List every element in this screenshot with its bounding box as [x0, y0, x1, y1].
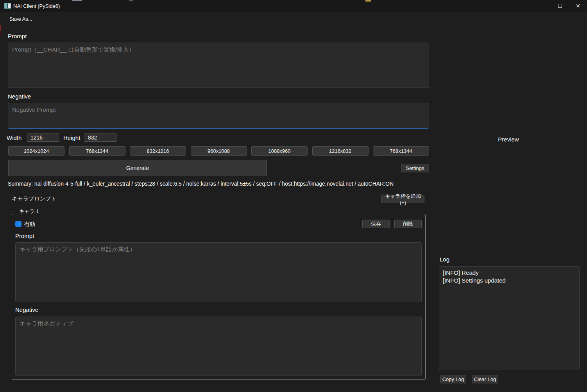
generate-button[interactable]: Generate [8, 160, 267, 176]
enabled-label: 有効 [24, 221, 35, 228]
character-delete-button[interactable]: 削除 [394, 220, 422, 228]
preview-label: Preview [434, 136, 583, 143]
screen-artifact [0, 25, 1, 31]
clear-log-button[interactable]: Clear Log [472, 375, 498, 383]
copy-log-button[interactable]: Copy Log [440, 375, 466, 383]
menu-save-as[interactable]: Save As... [8, 15, 34, 23]
screen-artifact [72, 0, 82, 1]
preset-1088x960-button[interactable]: 1088x960 [251, 146, 308, 156]
enabled-checkbox[interactable] [15, 221, 21, 227]
minimize-button[interactable] [533, 0, 551, 12]
summary-text: Summary: nai-diffusion-4-5-full / k_eule… [8, 181, 394, 187]
log-output[interactable]: [INFO] Ready [INFO] Settings updated [439, 266, 580, 370]
window-title: NAI Client (PySide6) [13, 3, 60, 9]
preset-1216x832-button[interactable]: 1216x832 [312, 146, 369, 156]
character-save-button[interactable]: 保存 [362, 220, 390, 228]
character-section-header: キャラプロンプト [12, 195, 57, 202]
character-negative-label: Negative [15, 306, 38, 313]
app-window: NAI Client (PySide6) ✕ Save As... Prompt… [0, 0, 587, 392]
maximize-icon [558, 4, 562, 8]
minimize-icon [540, 6, 544, 6]
height-label: Height [63, 134, 80, 141]
screen-artifact [129, 0, 133, 1]
preset-768x1344-button[interactable]: 768x1344 [69, 146, 125, 156]
log-label: Log [440, 256, 449, 263]
width-input[interactable] [27, 133, 59, 142]
app-icon [4, 3, 11, 9]
character-prompt-label: Prompt [15, 233, 34, 239]
preset-832x1216-button[interactable]: 832x1216 [130, 146, 186, 156]
add-character-button[interactable]: キャラ枠を追加 (+) [381, 195, 424, 203]
preset-960x1088-button[interactable]: 960x1088 [191, 146, 247, 156]
character-prompt-input[interactable] [15, 242, 422, 302]
screen-artifact [0, 31, 1, 36]
character-negative-input[interactable] [15, 317, 422, 376]
character-group-legend: キャラ 1 [17, 208, 41, 215]
width-label: Width [7, 134, 21, 141]
settings-button[interactable]: Settings [401, 164, 429, 172]
screen-artifact [365, 0, 371, 2]
negative-input[interactable] [8, 103, 429, 129]
preset-768x1344-button-2[interactable]: 768x1344 [373, 146, 429, 156]
height-input[interactable] [84, 133, 117, 142]
preset-1024x1024-button[interactable]: 1024x1024 [8, 146, 64, 156]
maximize-button[interactable] [551, 0, 569, 12]
size-preset-row: 1024x1024 768x1344 832x1216 960x1088 108… [8, 146, 429, 156]
prompt-label: Prompt [8, 33, 27, 39]
prompt-input[interactable] [8, 43, 429, 88]
negative-label: Negative [8, 93, 31, 100]
close-icon: ✕ [576, 3, 580, 9]
close-button[interactable]: ✕ [569, 0, 587, 12]
titlebar[interactable]: NAI Client (PySide6) ✕ [0, 0, 587, 12]
